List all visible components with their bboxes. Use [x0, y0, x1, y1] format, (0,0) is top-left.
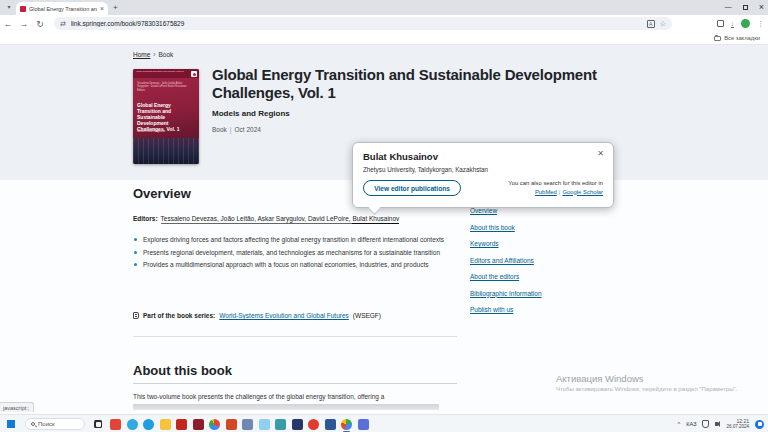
- view-editor-publications-button[interactable]: View editor publications: [363, 180, 461, 196]
- breadcrumb-separator: ›: [153, 51, 155, 58]
- pinned-app-icon[interactable]: [110, 419, 121, 430]
- notification-icon[interactable]: [755, 420, 764, 429]
- series-link[interactable]: World-Systems Evolution and Global Futur…: [219, 312, 349, 319]
- sidebar-nav-link[interactable]: About this book: [470, 224, 620, 231]
- links-separator: |: [559, 189, 561, 195]
- profile-avatar[interactable]: [741, 19, 750, 28]
- taskbar-search-label: Поиск: [38, 421, 55, 427]
- menu-dots-icon[interactable]: ⋮: [757, 20, 764, 28]
- cover-title-text: Global Energy Transition and Sustainable…: [137, 102, 191, 132]
- forward-button[interactable]: →: [16, 19, 32, 29]
- pictures-app-icon[interactable]: [259, 419, 270, 430]
- book-meta: Book|Oct 2024: [212, 126, 261, 133]
- chrome-icon[interactable]: [209, 419, 220, 430]
- highlight-text: Presents regional development, materials…: [143, 249, 440, 256]
- word-icon[interactable]: [325, 419, 336, 430]
- cover-editors-text: Tessaleno Devezas · João Leitão Askar Sa…: [137, 82, 193, 92]
- start-button[interactable]: [7, 420, 15, 428]
- watermark-line2: Чтобы активировать Windows, перейдите в …: [556, 386, 737, 392]
- adobe-reader-icon[interactable]: [176, 419, 187, 430]
- all-bookmarks-button[interactable]: Все закладки: [714, 35, 760, 41]
- sidebar-nav-link[interactable]: Bibliographic Information: [470, 290, 620, 297]
- address-bar[interactable]: ⇄ link.springer.com/book/9783031675829 A…: [54, 17, 672, 30]
- cover-series-banner: World-Systems Evolution and Global Futur…: [133, 69, 199, 78]
- breadcrumb-current: Book: [159, 51, 174, 58]
- series-abbr: (WSEGF): [353, 312, 381, 319]
- breadcrumb: Home›Book: [133, 51, 173, 58]
- docs-app-icon[interactable]: [242, 419, 253, 430]
- extensions-icon[interactable]: [717, 20, 724, 27]
- browser-tabstrip: ▾ Global Energy Transition and S... × + …: [0, 0, 768, 15]
- powerpoint-icon[interactable]: [226, 419, 237, 430]
- page-sidebar-nav: OverviewAbout this bookKeywordsEditors a…: [470, 207, 620, 313]
- window-controls: — ×: [725, 1, 764, 13]
- popup-close-icon[interactable]: ✕: [597, 149, 604, 158]
- sidebar-nav-link[interactable]: About the editors: [470, 273, 620, 280]
- taskbar-search[interactable]: Поиск: [25, 418, 85, 430]
- tray-chevron-icon[interactable]: ^: [678, 421, 681, 427]
- book-cover[interactable]: World-Systems Evolution and Global Futur…: [133, 69, 199, 164]
- messenger-icon[interactable]: [127, 419, 138, 430]
- sidebar-nav-link[interactable]: Keywords: [470, 240, 620, 247]
- app-maroon-icon[interactable]: [193, 419, 204, 430]
- bookmarks-bar: Все закладки: [0, 33, 768, 45]
- file-explorer-icon[interactable]: [160, 419, 171, 430]
- editors-row: Editors:Tessaleno DevezasJoão LeitãoAska…: [133, 215, 463, 222]
- editor-link[interactable]: João Leitão: [221, 215, 258, 224]
- new-tab-button[interactable]: +: [113, 3, 118, 12]
- series-row: Part of the book series: World-Systems E…: [133, 312, 381, 319]
- sidebar-nav-link[interactable]: Editors and Affiliations: [470, 257, 620, 264]
- sidebar-nav-link[interactable]: Publish with us: [470, 306, 620, 313]
- app-navy-icon[interactable]: [292, 419, 303, 430]
- translate-icon[interactable]: A: [647, 20, 655, 28]
- keyboard-language[interactable]: КАЗ: [686, 421, 696, 427]
- minimize-button[interactable]: —: [725, 1, 732, 13]
- tab-title: Global Energy Transition and S...: [29, 6, 97, 12]
- edge-browser-icon[interactable]: [143, 419, 154, 430]
- breadcrumb-home-link[interactable]: Home: [133, 51, 150, 58]
- back-button[interactable]: ←: [0, 19, 16, 29]
- downloads-icon[interactable]: ↓: [731, 20, 735, 28]
- chrome-profile-icon[interactable]: [341, 419, 352, 430]
- google-scholar-link[interactable]: Google Scholar: [562, 189, 603, 195]
- windows-taskbar: Поиск ^ КАЗ 12:21 26.07.2024: [0, 414, 768, 432]
- bullet-icon: [134, 251, 137, 254]
- maximize-button[interactable]: [743, 5, 748, 10]
- highlights-list: Explores driving forces and factors affe…: [133, 235, 463, 273]
- editor-link[interactable]: Askar Sarygulov: [257, 215, 307, 224]
- clock-date: 26.07.2024: [726, 424, 749, 429]
- opera-icon[interactable]: [308, 419, 319, 430]
- pubmed-link[interactable]: PubMed: [535, 189, 557, 195]
- editor-link[interactable]: David LePoire: [308, 215, 352, 224]
- volume-icon[interactable]: [715, 421, 720, 427]
- screen: ▾ Global Energy Transition and S... × + …: [0, 0, 768, 432]
- popup-search-note: You can also search for this editor in P…: [465, 180, 603, 195]
- bookmark-star-icon[interactable]: ☆: [660, 20, 666, 28]
- browser-toolbar: ← → ↻ ⇄ link.springer.com/book/978303167…: [0, 15, 768, 33]
- close-window-button[interactable]: ×: [759, 1, 764, 13]
- url-text[interactable]: link.springer.com/book/9783031675829: [71, 20, 642, 27]
- cover-subtitle-text: Models and Regions: [137, 129, 164, 133]
- clipped-text-line: [133, 404, 439, 410]
- editor-popup: Bulat Khusainov ✕ Zhetysu University, Ta…: [352, 142, 614, 208]
- about-paragraph: This two-volume book presents the challe…: [133, 392, 467, 402]
- editor-link[interactable]: Tessaleno Devezas: [161, 215, 221, 224]
- editors-label: Editors:: [133, 215, 158, 222]
- tab-close-icon[interactable]: ×: [100, 5, 104, 12]
- watermark-line1: Активация Windows: [556, 373, 737, 384]
- reload-button[interactable]: ↻: [32, 19, 48, 29]
- calculator-app-icon[interactable]: [275, 419, 286, 430]
- book-type-label: Book: [212, 126, 227, 133]
- taskbar-clock[interactable]: 12:21 26.07.2024: [726, 419, 749, 430]
- browser-tab[interactable]: Global Energy Transition and S... ×: [16, 2, 108, 15]
- about-heading: About this book: [133, 363, 232, 378]
- security-shield-icon[interactable]: [702, 420, 709, 428]
- photos-app-icon[interactable]: [358, 419, 369, 430]
- tune-icon[interactable]: ⇄: [60, 20, 66, 28]
- series-label: Part of the book series:: [143, 312, 215, 319]
- tab-search-chevron-icon[interactable]: ▾: [4, 3, 14, 13]
- book-series-icon: [133, 312, 139, 319]
- task-view-button[interactable]: [94, 420, 102, 428]
- editor-link[interactable]: Bulat Khusainov: [352, 215, 399, 224]
- sidebar-nav-link[interactable]: Overview: [470, 207, 620, 214]
